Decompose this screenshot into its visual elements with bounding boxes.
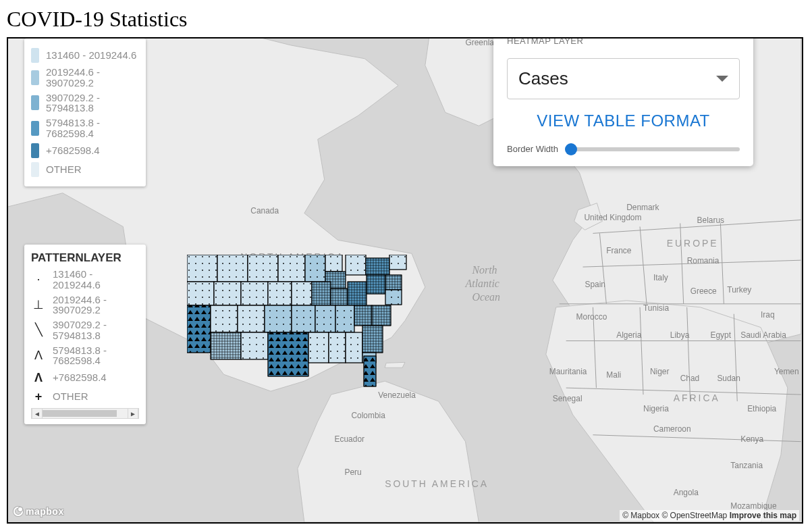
label-sa: SOUTH AMERICA (385, 478, 489, 489)
label-atl1: North (471, 264, 497, 276)
label-tunisia: Tunisia (643, 303, 669, 313)
legend-pattern-1: 2019244.6 - 3907029.2 (53, 295, 139, 316)
chevron-down-icon (716, 76, 728, 82)
svg-rect-48 (238, 305, 265, 332)
caret-solid-icon: Λ (31, 370, 46, 385)
label-libya: Libya (670, 330, 690, 340)
svg-rect-4 (217, 255, 248, 282)
label-saudi: Saudi Arabia (740, 330, 786, 340)
svg-rect-58 (354, 305, 372, 326)
view-table-button[interactable]: VIEW TABLE FORMAT (507, 111, 740, 130)
label-greece: Greece (691, 286, 717, 296)
label-venezuela: Venezuela (378, 390, 416, 400)
label-spain: Spain (585, 280, 606, 289)
legend-pattern-5: OTHER (53, 391, 88, 402)
mapbox-logo-icon (13, 507, 23, 516)
legend-pattern-2: 3907029.2 - 5794813.8 (53, 320, 139, 341)
legend-scrollbar[interactable]: ◄ ► (31, 408, 139, 419)
panel-subtitle: COVID-19 STATE-BY-STATE DAILY STATISTIC … (507, 37, 740, 46)
svg-rect-70 (329, 332, 346, 363)
label-atl3: Ocean (472, 291, 500, 303)
svg-rect-66 (268, 332, 308, 376)
svg-rect-62 (211, 332, 241, 359)
svg-rect-52 (292, 305, 315, 332)
svg-rect-32 (312, 282, 331, 305)
label-peru: Peru (345, 467, 362, 477)
statistic-select[interactable]: Cases (507, 58, 740, 99)
svg-rect-28 (268, 282, 292, 305)
legend-pattern-0: 131460 - 2019244.6 (53, 269, 139, 290)
label-angola: Angola (674, 488, 699, 497)
label-egypt: Egypt (710, 330, 731, 340)
svg-rect-42 (385, 290, 402, 305)
svg-rect-16 (346, 255, 366, 275)
label-ecuador: Ecuador (335, 434, 364, 444)
svg-rect-6 (248, 255, 278, 282)
pattern-legend-title: PATTERNLAYER (31, 251, 139, 265)
legend-pattern-3: 5794813.8 - 7682598.4 (53, 345, 139, 367)
svg-rect-60 (372, 305, 391, 326)
slider-label: Border Width (507, 144, 558, 154)
svg-rect-74 (362, 326, 383, 353)
label-atl2: Atlantic (465, 278, 499, 289)
label-mauritania: Mauritania (549, 367, 587, 376)
attrib-mapbox[interactable]: © Mapbox (622, 511, 659, 520)
label-kenya: Kenya (740, 434, 763, 444)
svg-rect-38 (367, 275, 385, 294)
svg-rect-50 (265, 305, 292, 332)
label-africa: AFRICA (674, 393, 720, 403)
svg-rect-20 (389, 255, 406, 270)
svg-rect-68 (308, 332, 329, 363)
label-denmark: Denmark (626, 203, 659, 212)
page-title: COVID-19 Statistics (7, 7, 805, 32)
map-viewport[interactable]: Greenland Canada United States Mexico Cu… (7, 37, 803, 524)
improve-map-link[interactable]: Improve this map (730, 511, 796, 520)
label-turkey: Turkey (727, 285, 751, 295)
legend-color-5: OTHER (46, 164, 82, 175)
svg-rect-8 (278, 255, 305, 282)
label-romania: Romania (687, 256, 720, 266)
inverted-t-icon: ⊥ (31, 297, 46, 312)
label-mali: Mali (606, 370, 621, 380)
mapbox-logo-text: mapbox (26, 506, 64, 517)
svg-rect-34 (331, 288, 348, 305)
map-attribution: © Mapbox © OpenStreetMap Improve this ma… (620, 510, 799, 521)
mapbox-logo[interactable]: mapbox (13, 506, 64, 517)
border-width-slider[interactable] (565, 147, 740, 151)
attrib-osm[interactable]: © OpenStreetMap (661, 511, 727, 520)
dot-icon: · (31, 272, 46, 287)
scroll-thumb[interactable] (43, 410, 117, 417)
color-legend: 131460 - 2019244.6 2019244.6 - 3907029.2… (24, 39, 146, 186)
scroll-left-icon[interactable]: ◄ (34, 410, 40, 418)
svg-rect-22 (187, 282, 214, 305)
label-belarus: Belarus (697, 216, 724, 225)
svg-rect-2 (187, 255, 217, 282)
svg-rect-64 (241, 332, 268, 359)
backslash-icon: ╲ (31, 323, 46, 338)
slider-thumb[interactable] (565, 143, 577, 155)
svg-rect-12 (325, 255, 342, 272)
label-cameroon: Cameroon (653, 424, 691, 434)
label-ethiopia: Ethiopia (747, 404, 776, 413)
label-yemen: Yemen (774, 367, 799, 376)
legend-color-3: 5794813.8 - 7682598.4 (46, 118, 139, 139)
pattern-legend: PATTERNLAYER ·131460 - 2019244.6 ⊥201924… (24, 245, 146, 424)
label-canada: Canada (250, 206, 279, 216)
legend-color-1: 2019244.6 - 3907029.2 (46, 67, 139, 88)
scroll-right-icon[interactable]: ► (130, 410, 136, 418)
legend-pattern-4: +7682598.4 (53, 372, 107, 383)
svg-rect-44 (187, 305, 211, 353)
usa-heatmap[interactable] (187, 255, 410, 390)
label-niger: Niger (650, 367, 670, 376)
select-value: Cases (518, 68, 568, 89)
label-italy: Italy (653, 273, 668, 282)
svg-rect-36 (348, 282, 367, 305)
label-chad: Chad (680, 374, 700, 383)
label-uk: United Kingdom (585, 213, 642, 222)
label-iraq: Iraq (761, 310, 775, 320)
legend-color-4: +7682598.4 (46, 145, 100, 156)
label-nigeria: Nigeria (643, 404, 669, 413)
label-colombia: Colombia (351, 411, 385, 420)
legend-color-0: 131460 - 2019244.6 (46, 50, 136, 61)
svg-rect-78 (364, 356, 376, 386)
